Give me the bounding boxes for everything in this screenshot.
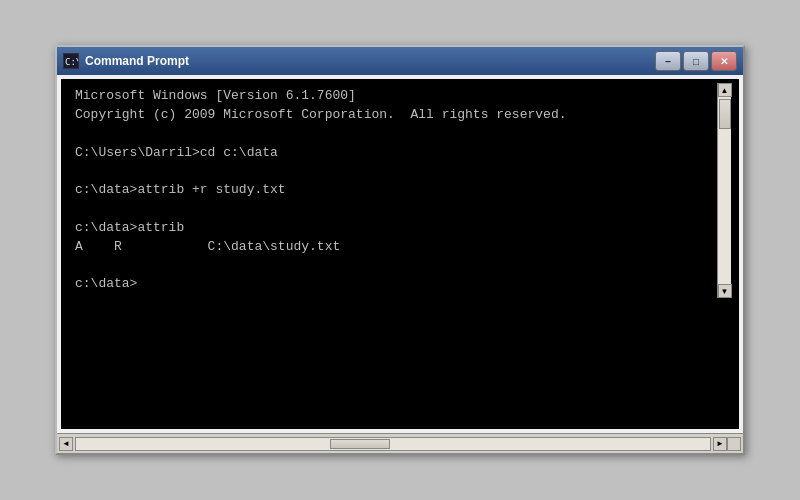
title-bar: C:\ Command Prompt – □ ✕ bbox=[57, 47, 743, 75]
console-line-11: c:\data> bbox=[75, 276, 137, 291]
scroll-right-button[interactable]: ► bbox=[713, 437, 727, 451]
console-body: Microsoft Windows [Version 6.1.7600] Cop… bbox=[61, 79, 739, 429]
vertical-scrollbar[interactable]: ▲ ▼ bbox=[717, 83, 731, 298]
console-wrapper: Microsoft Windows [Version 6.1.7600] Cop… bbox=[69, 83, 731, 298]
scroll-thumb-vertical[interactable] bbox=[719, 99, 731, 129]
resize-corner bbox=[727, 437, 741, 451]
console-line-4: C:\Users\Darril>cd c:\data bbox=[75, 145, 278, 160]
console-line-8: c:\data>attrib bbox=[75, 220, 184, 235]
console-line-9: A R C:\data\study.txt bbox=[75, 239, 340, 254]
scroll-thumb-horizontal[interactable] bbox=[330, 439, 390, 449]
scroll-up-button[interactable]: ▲ bbox=[718, 83, 732, 97]
console-line-6: c:\data>attrib +r study.txt bbox=[75, 182, 286, 197]
minimize-button[interactable]: – bbox=[655, 51, 681, 71]
window-title: Command Prompt bbox=[85, 54, 189, 68]
svg-text:C:\: C:\ bbox=[65, 57, 78, 67]
maximize-button[interactable]: □ bbox=[683, 51, 709, 71]
console-output: Microsoft Windows [Version 6.1.7600] Cop… bbox=[75, 87, 713, 294]
title-bar-left: C:\ Command Prompt bbox=[63, 53, 189, 69]
scroll-down-button[interactable]: ▼ bbox=[718, 284, 732, 298]
horizontal-scrollbar-bar: ◄ ► bbox=[57, 433, 743, 453]
title-bar-controls: – □ ✕ bbox=[655, 51, 737, 71]
console-line-1: Microsoft Windows [Version 6.1.7600] bbox=[75, 88, 356, 103]
scroll-track-vertical[interactable] bbox=[718, 97, 731, 284]
scroll-left-button[interactable]: ◄ bbox=[59, 437, 73, 451]
console-line-2: Copyright (c) 2009 Microsoft Corporation… bbox=[75, 107, 566, 122]
scroll-track-horizontal[interactable] bbox=[75, 437, 711, 451]
cmd-icon: C:\ bbox=[63, 53, 79, 69]
close-button[interactable]: ✕ bbox=[711, 51, 737, 71]
console-content: Microsoft Windows [Version 6.1.7600] Cop… bbox=[69, 83, 731, 298]
command-prompt-window: C:\ Command Prompt – □ ✕ Microsoft Windo… bbox=[55, 45, 745, 455]
